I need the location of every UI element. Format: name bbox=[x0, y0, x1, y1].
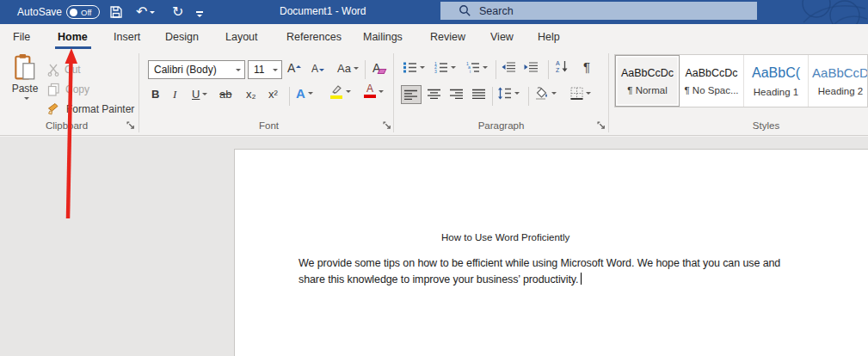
borders-chevron-icon bbox=[586, 92, 591, 97]
font-size-chevron-icon bbox=[273, 69, 278, 74]
bullets-button[interactable] bbox=[403, 61, 425, 73]
shrink-font-caret-icon bbox=[319, 69, 324, 74]
paste-clipboard-icon bbox=[14, 53, 36, 81]
font-size-value: 11 bbox=[254, 64, 270, 76]
font-dialog-launcher-icon[interactable] bbox=[383, 121, 392, 131]
paste-label: Paste bbox=[12, 83, 39, 95]
style-card-heading2[interactable]: AaBbCcD Heading 2 bbox=[809, 55, 868, 107]
highlight-color-button[interactable] bbox=[329, 84, 351, 99]
document-page[interactable] bbox=[234, 149, 868, 356]
text-effects-button[interactable]: A bbox=[296, 86, 313, 101]
svg-text:3: 3 bbox=[434, 69, 437, 73]
save-button[interactable] bbox=[109, 3, 123, 21]
tab-file[interactable]: File bbox=[7, 24, 36, 50]
decrease-indent-button[interactable] bbox=[502, 61, 516, 73]
change-case-button[interactable]: Aa bbox=[337, 62, 359, 75]
paste-button[interactable]: Paste bbox=[7, 53, 43, 117]
underline-button[interactable]: U bbox=[192, 88, 207, 101]
clear-formatting-eraser-icon bbox=[378, 69, 387, 74]
paragraph-group-label: Paragraph bbox=[452, 120, 551, 131]
autosave-toggle[interactable]: Off bbox=[66, 5, 100, 19]
copy-icon bbox=[47, 83, 60, 96]
underline-chevron-icon bbox=[202, 93, 207, 98]
clipboard-group-label: Clipboard bbox=[17, 120, 116, 131]
tab-help[interactable]: Help bbox=[532, 24, 566, 50]
show-hide-formatting-button[interactable]: ¶ bbox=[583, 59, 590, 74]
document-area bbox=[0, 137, 868, 356]
line-spacing-chevron-icon bbox=[514, 92, 520, 97]
grow-font-button[interactable]: A bbox=[287, 61, 301, 75]
shading-button[interactable] bbox=[534, 86, 557, 100]
cut-label: Cut bbox=[65, 64, 81, 76]
style-card-heading1[interactable]: AaBbC( Heading 1 bbox=[744, 55, 809, 107]
font-color-chevron-icon bbox=[379, 90, 384, 95]
sort-button[interactable]: A Z bbox=[555, 59, 569, 73]
style-card-no-spacing[interactable]: AaBbCcDc ¶ No Spac... bbox=[680, 55, 744, 107]
tab-view[interactable]: View bbox=[484, 24, 520, 50]
align-right-button[interactable] bbox=[450, 89, 464, 100]
increase-indent-button[interactable] bbox=[524, 61, 539, 73]
styles-gallery: AaBbCcDc ¶ Normal AaBbCcDc ¶ No Spac... … bbox=[614, 54, 868, 107]
tab-mailings[interactable]: Mailings bbox=[357, 24, 409, 50]
strikethrough-button[interactable]: ab bbox=[219, 88, 231, 101]
highlighter-pen-icon bbox=[329, 84, 343, 95]
multilevel-list-icon: 1 a i bbox=[465, 61, 480, 73]
align-center-button[interactable] bbox=[428, 89, 441, 100]
decorative-swirl-graphic bbox=[752, 0, 868, 24]
tab-references[interactable]: References bbox=[280, 24, 348, 50]
subscript-button[interactable]: x₂ bbox=[246, 88, 256, 101]
group-separator bbox=[393, 53, 394, 132]
line-spacing-icon bbox=[497, 87, 512, 100]
cut-button[interactable]: Cut bbox=[47, 62, 81, 77]
small-divider bbox=[492, 87, 493, 106]
multilevel-list-button[interactable]: 1 a i bbox=[465, 61, 488, 73]
line-spacing-button[interactable] bbox=[497, 87, 520, 100]
align-right-icon bbox=[450, 89, 464, 100]
clear-formatting-button[interactable]: A bbox=[372, 61, 385, 75]
customize-toolbar-chevron-icon bbox=[197, 15, 202, 20]
small-divider bbox=[496, 60, 496, 79]
undo-icon: ↶ bbox=[136, 5, 147, 19]
search-icon bbox=[459, 4, 471, 17]
text-cursor bbox=[581, 273, 582, 285]
search-input[interactable] bbox=[479, 5, 720, 17]
justify-button[interactable] bbox=[472, 89, 486, 100]
undo-dropdown-chevron-icon bbox=[150, 11, 155, 16]
grow-font-caret-icon bbox=[296, 63, 301, 68]
copy-label: Copy bbox=[65, 83, 89, 95]
tab-layout[interactable]: Layout bbox=[219, 24, 264, 50]
borders-button[interactable] bbox=[570, 87, 591, 100]
small-divider bbox=[365, 60, 366, 79]
tab-design[interactable]: Design bbox=[159, 24, 205, 50]
font-name-chevron-icon bbox=[236, 69, 241, 74]
style-card-normal[interactable]: AaBbCcDc ¶ Normal bbox=[615, 55, 680, 107]
font-color-bar-icon bbox=[364, 95, 376, 98]
numbering-icon: 1 2 3 bbox=[434, 61, 448, 73]
font-name-combo[interactable]: Calibri (Body) bbox=[148, 60, 245, 79]
multilevel-chevron-icon bbox=[483, 66, 488, 71]
bold-button[interactable]: B bbox=[151, 88, 159, 101]
paste-dropdown-chevron-icon bbox=[24, 97, 29, 102]
align-left-button[interactable] bbox=[401, 85, 422, 104]
tab-insert[interactable]: Insert bbox=[108, 24, 146, 50]
font-size-combo[interactable]: 11 bbox=[248, 60, 282, 79]
superscript-button[interactable]: x² bbox=[268, 88, 278, 101]
customize-quick-access-toolbar-button[interactable] bbox=[196, 7, 203, 24]
font-color-button[interactable]: A bbox=[364, 84, 384, 98]
paragraph-dialog-launcher-icon[interactable] bbox=[597, 121, 606, 131]
svg-text:Z: Z bbox=[556, 67, 560, 73]
search-box[interactable] bbox=[440, 2, 757, 20]
shading-bucket-icon bbox=[534, 86, 549, 100]
tab-review[interactable]: Review bbox=[424, 24, 471, 50]
increase-indent-icon bbox=[524, 61, 539, 73]
italic-button[interactable]: I bbox=[173, 88, 176, 101]
small-divider bbox=[548, 60, 549, 79]
undo-button[interactable]: ↶ bbox=[136, 3, 155, 21]
copy-button[interactable]: Copy bbox=[47, 82, 89, 97]
shrink-font-button[interactable]: A bbox=[311, 63, 324, 75]
redo-button[interactable]: ↻ bbox=[172, 3, 183, 21]
numbering-button[interactable]: 1 2 3 bbox=[434, 61, 456, 73]
clipboard-dialog-launcher-icon[interactable] bbox=[126, 121, 136, 131]
format-painter-button[interactable]: Format Painter bbox=[47, 101, 134, 117]
autosave-state: Off bbox=[81, 8, 92, 17]
